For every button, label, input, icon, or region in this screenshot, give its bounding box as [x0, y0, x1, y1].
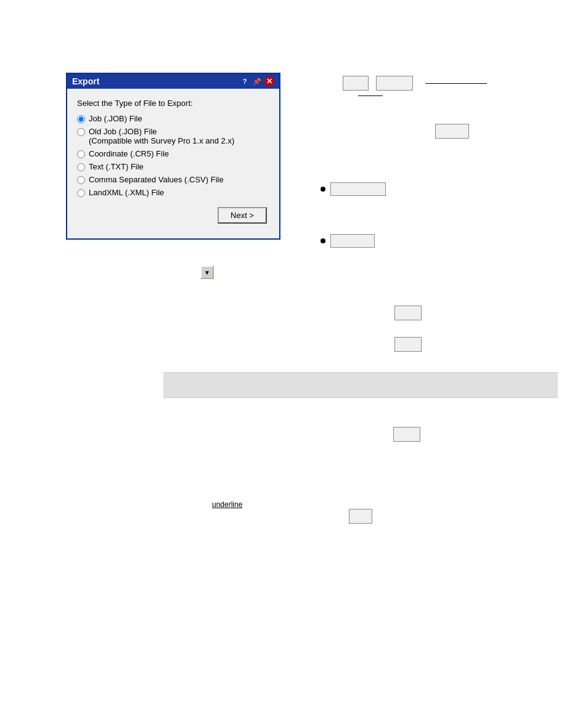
radio-text-label: Text (.TXT) File	[89, 162, 144, 171]
radio-item-csv[interactable]: Comma Separated Values (.CSV) File	[77, 175, 269, 184]
help-icon[interactable]: ?	[240, 76, 250, 86]
dialog-body: Select the Type of File to Export: Job (…	[67, 89, 279, 238]
dialog-title: Export	[72, 76, 99, 86]
dropdown-bullet: ▼	[200, 270, 205, 275]
radio-item-coordinate[interactable]: Coordinate (.CR5) File	[77, 149, 269, 158]
pin-icon[interactable]: 📌	[252, 76, 262, 86]
bullet-item-2	[321, 234, 375, 248]
underline-text-1[interactable]: underline	[212, 500, 242, 509]
mid-button-2[interactable]	[394, 337, 422, 352]
export-dialog: Export ? 📌 ✕ Select the Type of File to …	[66, 73, 280, 240]
next-button[interactable]: Next >	[218, 207, 267, 224]
bullet-input-1[interactable]	[330, 182, 386, 196]
radio-old-job[interactable]	[77, 128, 85, 136]
bullet-input-2[interactable]	[330, 234, 375, 248]
radio-coordinate-label: Coordinate (.CR5) File	[89, 149, 169, 158]
right-button-1[interactable]	[435, 124, 469, 139]
radio-csv-label: Comma Separated Values (.CSV) File	[89, 175, 224, 184]
radio-item-text[interactable]: Text (.TXT) File	[77, 162, 269, 171]
close-icon[interactable]: ✕	[264, 76, 274, 86]
radio-text[interactable]	[77, 163, 85, 171]
bullet-dot-2	[321, 238, 325, 243]
dialog-title-icons: ? 📌 ✕	[240, 76, 274, 86]
radio-old-job-label: Old Job (.JOB) File(Compatible with Surv…	[89, 127, 234, 145]
dialog-footer: Next >	[77, 207, 269, 229]
radio-group: Job (.JOB) File Old Job (.JOB) File(Comp…	[77, 114, 269, 197]
dropdown-arrow[interactable]: ▼	[200, 266, 214, 279]
radio-job[interactable]	[77, 115, 85, 123]
radio-xml[interactable]	[77, 189, 85, 197]
top-button-1[interactable]	[343, 76, 369, 91]
bullet-dot-1	[321, 187, 325, 192]
radio-item-old-job[interactable]: Old Job (.JOB) File(Compatible with Surv…	[77, 127, 269, 145]
small-button-1[interactable]	[349, 509, 372, 524]
bullet-item-1	[321, 182, 386, 196]
gray-bar	[163, 372, 558, 398]
top-button-2[interactable]	[376, 76, 413, 91]
top-line-2	[358, 95, 383, 96]
radio-job-label: Job (.JOB) File	[89, 114, 142, 123]
radio-item-xml[interactable]: LandXML (.XML) File	[77, 188, 269, 197]
dialog-titlebar: Export ? 📌 ✕	[67, 74, 279, 89]
lower-button-1[interactable]	[393, 427, 420, 442]
radio-csv[interactable]	[77, 176, 85, 184]
radio-coordinate[interactable]	[77, 150, 85, 158]
radio-item-job[interactable]: Job (.JOB) File	[77, 114, 269, 123]
radio-xml-label: LandXML (.XML) File	[89, 188, 164, 197]
mid-button-1[interactable]	[394, 306, 422, 320]
dialog-label: Select the Type of File to Export:	[77, 99, 269, 108]
top-line-1	[425, 83, 487, 84]
